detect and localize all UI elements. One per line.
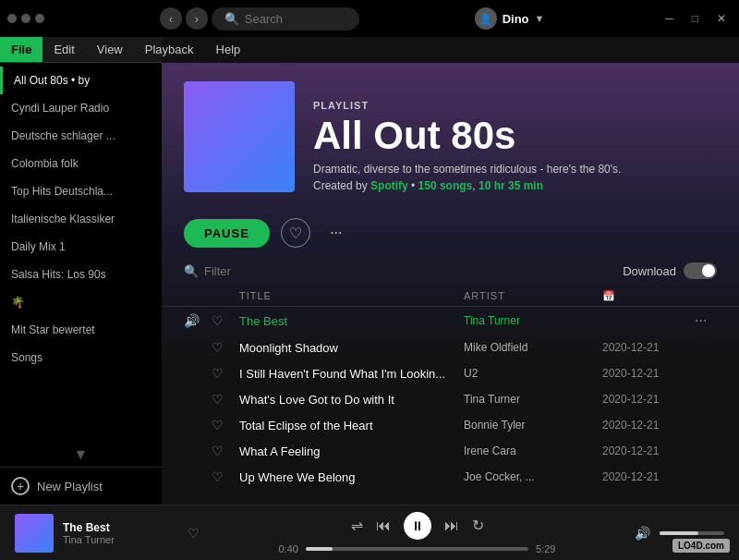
volume-bar[interactable] (660, 531, 724, 535)
titlebar-dots (7, 14, 44, 23)
sidebar-items: All Out 80s • by Cyndi Lauper Radio Deut… (0, 63, 162, 443)
col-heart (212, 290, 239, 302)
close-button[interactable]: ✕ (711, 10, 732, 27)
sidebar-item-italiana[interactable]: Italienische Klassiker (0, 205, 162, 233)
file-menu[interactable]: File (0, 37, 42, 62)
playlist-meta: Created by Spotify • 150 songs, 10 hr 35… (313, 179, 717, 192)
playlist-duration: 10 hr 35 min (479, 179, 543, 192)
playlist-desc: Dramatic, diverse to the sometimes ridic… (313, 163, 717, 176)
player-info: The Best Tina Turner (63, 521, 178, 545)
sidebar-item-tophits[interactable]: Top Hits Deutschla... (0, 177, 162, 205)
player-bar: The Best Tina Turner ♡ ⇌ ⏮ ⏸ ⏭ ↻ 0:40 5:… (0, 505, 739, 560)
track-date: 2020-12-21 (602, 393, 695, 406)
menu-bar: File Edit View Playback Help (0, 37, 162, 63)
col-num (184, 290, 212, 302)
table-row[interactable]: ♡ Up Where We Belong Joe Cocker, ... 202… (162, 464, 739, 490)
play-pause-button[interactable]: ⏸ (404, 512, 431, 540)
more-button[interactable]: ··· (321, 218, 351, 248)
track-title: Moonlight Shadow (239, 341, 464, 355)
table-row[interactable]: ♡ Moonlight Shadow Mike Oldfield 2020-12… (162, 335, 739, 360)
nav-controls: ‹ › 🔍 (160, 7, 359, 30)
sidebar-item-colombia[interactable]: Colombia folk (0, 150, 162, 177)
current-time: 0:40 (279, 543, 298, 554)
search-icon: 🔍 (224, 12, 239, 26)
playlist-type: PLAYLIST (313, 100, 717, 111)
forward-button[interactable]: › (186, 7, 208, 30)
table-row[interactable]: ♡ I Still Haven't Found What I'm Lookin.… (162, 360, 739, 386)
watermark: LO4D.com (672, 536, 730, 553)
track-header: TITLE ARTIST 📅 (162, 286, 739, 307)
maximize-button[interactable]: □ (686, 10, 704, 27)
dot-2 (21, 14, 30, 23)
next-button[interactable]: ⏭ (444, 517, 459, 534)
track-title: I Still Haven't Found What I'm Lookin... (239, 367, 464, 381)
col-date-icon: 📅 (602, 290, 695, 302)
table-row[interactable]: ♡ What's Love Got to Do with It Tina Tur… (162, 386, 739, 412)
plus-icon: + (11, 477, 30, 495)
progress-bar[interactable] (306, 547, 528, 551)
window-controls: ─ □ ✕ (660, 10, 732, 27)
menu-items: File Edit View Playback Help (0, 37, 162, 62)
track-artist: Irene Cara (464, 444, 602, 457)
download-toggle[interactable] (684, 262, 717, 279)
main-content: PLAYLIST All Out 80s Dramatic, diverse t… (162, 63, 739, 505)
new-playlist-button[interactable]: + New Playlist (11, 477, 151, 495)
toggle-knob (702, 264, 715, 277)
dot-1 (7, 14, 17, 23)
heart-icon: ♡ (212, 313, 239, 328)
help-menu[interactable]: Help (205, 37, 252, 62)
player-heart-icon[interactable]: ♡ (188, 526, 200, 541)
sidebar-item-songs[interactable]: Songs (0, 344, 162, 371)
heart-icon: ♡ (212, 366, 239, 381)
track-date: 2020-12-21 (602, 341, 695, 354)
track-date: 2020-12-21 (602, 444, 695, 457)
filter-bar: 🔍 Download (162, 259, 739, 286)
heart-icon: ♡ (212, 469, 239, 484)
playback-menu[interactable]: Playback (134, 37, 205, 62)
filter-input[interactable] (204, 264, 359, 278)
sidebar-item-dailymix[interactable]: Daily Mix 1 (0, 233, 162, 261)
repeat-button[interactable]: ↻ (472, 517, 484, 534)
shuffle-button[interactable]: ⇌ (351, 517, 363, 534)
playlist-creator: Spotify (370, 179, 408, 192)
search-bar: 🔍 (212, 7, 359, 30)
track-artist: Tina Turner (464, 314, 602, 327)
playlist-info: PLAYLIST All Out 80s Dramatic, diverse t… (313, 100, 717, 192)
table-row[interactable]: ♡ Total Eclipse of the Heart Bonnie Tyle… (162, 412, 739, 438)
player-title: The Best (63, 521, 178, 534)
pause-button[interactable]: PAUSE (184, 219, 270, 248)
sidebar-item-cyndi[interactable]: Cyndi Lauper Radio (0, 94, 162, 122)
view-menu[interactable]: View (86, 37, 134, 62)
track-date: 2020-12-21 (602, 367, 695, 380)
speaker-icon: 🔊 (184, 313, 212, 328)
sidebar-item-allout80s[interactable]: All Out 80s • by (0, 67, 162, 94)
sidebar-item-deutsche[interactable]: Deutsche schlager ... (0, 122, 162, 150)
prev-button[interactable]: ⏮ (376, 517, 391, 534)
track-artist: U2 (464, 367, 602, 380)
table-row[interactable]: ♡ What A Feeling Irene Cara 2020-12-21 (162, 438, 739, 464)
sidebar-item-palm[interactable]: 🌴 (0, 288, 162, 316)
download-area: Download (623, 262, 717, 279)
scroll-down-icon: ▼ (74, 446, 89, 463)
total-time: 5:29 (536, 543, 555, 554)
search-input[interactable] (245, 12, 356, 26)
back-button[interactable]: ‹ (160, 7, 182, 30)
track-title: Total Eclipse of the Heart (239, 419, 464, 432)
playlist-art (184, 81, 295, 192)
volume-fill (660, 531, 698, 535)
playlist-header: PLAYLIST All Out 80s Dramatic, diverse t… (162, 63, 739, 207)
minimize-button[interactable]: ─ (660, 10, 679, 27)
volume-icon: 🔊 (635, 526, 650, 541)
controls-bar: PAUSE ♡ ··· (162, 207, 739, 259)
sidebar-item-star[interactable]: Mit Star bewertet (0, 316, 162, 344)
filter-input-area: 🔍 (184, 264, 359, 278)
player-controls: ⇌ ⏮ ⏸ ⏭ ↻ 0:40 5:29 (211, 512, 624, 554)
dot-3 (35, 14, 44, 23)
edit-menu[interactable]: Edit (42, 37, 85, 62)
heart-button[interactable]: ♡ (281, 218, 310, 248)
avatar: 👤 (475, 7, 497, 30)
track-title: The Best (239, 314, 464, 328)
sidebar-item-salsa[interactable]: Salsa Hits: Los 90s (0, 261, 162, 288)
table-row[interactable]: 🔊 ♡ The Best Tina Turner ··· (162, 307, 739, 335)
new-playlist-label: New Playlist (37, 480, 103, 493)
